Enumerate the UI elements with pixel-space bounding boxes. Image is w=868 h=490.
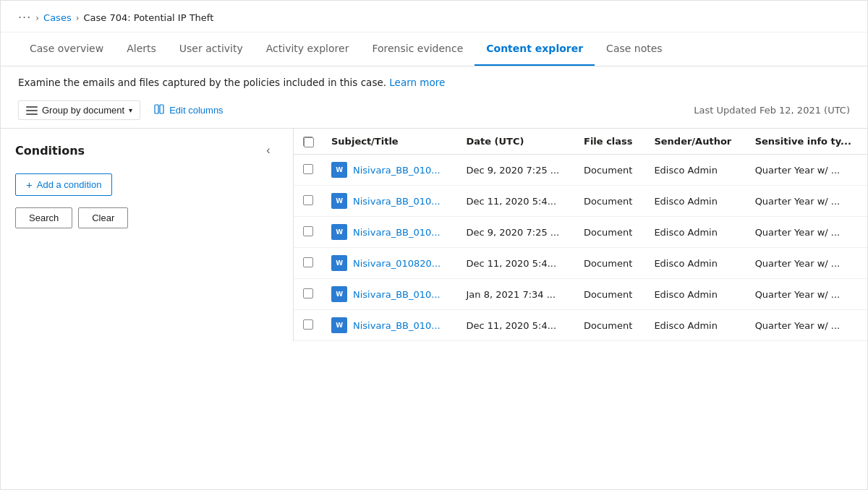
row-checkbox-cell[interactable] xyxy=(294,279,323,310)
tab-content-explorer[interactable]: Content explorer xyxy=(475,33,595,66)
conditions-title: Conditions xyxy=(15,144,85,158)
svg-rect-1 xyxy=(26,110,38,111)
row-sender: Edisco Admin xyxy=(645,310,746,341)
subject-title[interactable]: Nisivara_BB_010... xyxy=(353,165,441,176)
row-sensitive-type: Quarter Year w/ ... xyxy=(746,155,867,186)
table-row[interactable]: W Nisivara_BB_010... Dec 11, 2020 5:4...… xyxy=(294,310,867,341)
row-file-class: Document xyxy=(575,155,645,186)
tab-activity-explorer[interactable]: Activity explorer xyxy=(255,33,361,66)
svg-rect-8 xyxy=(304,195,313,205)
tab-alerts[interactable]: Alerts xyxy=(115,33,168,66)
row-sender: Edisco Admin xyxy=(645,279,746,310)
tab-case-overview[interactable]: Case overview xyxy=(18,33,115,66)
table-body: W Nisivara_BB_010... Dec 9, 2020 7:25 ..… xyxy=(294,155,867,341)
subject-title[interactable]: Nisivara_BB_010... xyxy=(353,289,441,300)
svg-rect-12 xyxy=(304,319,313,329)
table-header-row: Subject/Title Date (UTC) File class Send… xyxy=(294,129,867,155)
svg-rect-4 xyxy=(160,105,163,113)
word-file-icon: W xyxy=(331,286,347,302)
row-sender: Edisco Admin xyxy=(645,248,746,279)
table-row[interactable]: W Nisivara_BB_010... Dec 9, 2020 7:25 ..… xyxy=(294,155,867,186)
row-file-class: Document xyxy=(575,310,645,341)
subject-title[interactable]: Nisivara_BB_010... xyxy=(353,227,441,238)
row-date: Dec 11, 2020 5:4... xyxy=(457,310,575,341)
condition-buttons: Search Clear xyxy=(15,207,278,228)
row-date: Dec 9, 2020 7:25 ... xyxy=(457,217,575,248)
svg-rect-3 xyxy=(155,105,158,113)
table-row[interactable]: W Nisivara_BB_010... Jan 8, 2021 7:34 ..… xyxy=(294,279,867,310)
th-subject: Subject/Title xyxy=(323,129,457,155)
row-date: Dec 11, 2020 5:4... xyxy=(457,186,575,217)
row-file-class: Document xyxy=(575,217,645,248)
svg-rect-9 xyxy=(304,226,313,236)
row-sensitive-type: Quarter Year w/ ... xyxy=(746,248,867,279)
row-sensitive-type: Quarter Year w/ ... xyxy=(746,279,867,310)
table-row[interactable]: W Nisivara_BB_010... Dec 9, 2020 7:25 ..… xyxy=(294,217,867,248)
row-date: Dec 9, 2020 7:25 ... xyxy=(457,155,575,186)
chevron-down-icon: ▾ xyxy=(129,106,132,114)
svg-rect-6 xyxy=(305,137,314,147)
row-checkbox-cell[interactable] xyxy=(294,310,323,341)
description-bar: Examine the emails and files captured by… xyxy=(1,66,867,95)
row-sender: Edisco Admin xyxy=(645,155,746,186)
svg-rect-7 xyxy=(304,164,313,173)
word-file-icon: W xyxy=(331,193,347,209)
subject-title[interactable]: Nisivara_BB_010... xyxy=(353,320,441,331)
main-content: Conditions ‹ + Add a condition Search Cl… xyxy=(1,128,867,341)
svg-rect-10 xyxy=(304,257,313,267)
row-checkbox-cell[interactable] xyxy=(294,217,323,248)
row-sensitive-type: Quarter Year w/ ... xyxy=(746,217,867,248)
tab-user-activity[interactable]: User activity xyxy=(168,33,255,66)
row-subject[interactable]: W Nisivara_BB_010... xyxy=(323,186,457,217)
row-subject[interactable]: W Nisivara_BB_010... xyxy=(323,217,457,248)
breadcrumb-chevron-1: › xyxy=(35,13,39,23)
toolbar: Group by document ▾ Edit columns Last Up… xyxy=(1,95,867,128)
tab-case-notes[interactable]: Case notes xyxy=(595,33,674,66)
group-by-document-button[interactable]: Group by document ▾ xyxy=(18,100,140,120)
table-row[interactable]: W Nisivara_010820... Dec 11, 2020 5:4...… xyxy=(294,248,867,279)
add-condition-label: Add a condition xyxy=(37,179,102,190)
group-by-label: Group by document xyxy=(42,105,124,116)
edit-columns-icon xyxy=(153,103,165,117)
svg-rect-2 xyxy=(26,113,38,115)
breadcrumb-dots[interactable]: ··· xyxy=(18,11,31,25)
th-checkbox[interactable] xyxy=(294,129,323,155)
header-checkbox[interactable] xyxy=(303,137,313,147)
row-subject[interactable]: W Nisivara_BB_010... xyxy=(323,155,457,186)
plus-icon: + xyxy=(26,179,33,191)
edit-columns-label: Edit columns xyxy=(169,105,223,116)
conditions-collapse-button[interactable]: ‹ xyxy=(258,140,278,160)
row-date: Jan 8, 2021 7:34 ... xyxy=(457,279,575,310)
row-file-class: Document xyxy=(575,248,645,279)
row-subject[interactable]: W Nisivara_010820... xyxy=(323,248,457,279)
search-button[interactable]: Search xyxy=(15,207,72,228)
row-date: Dec 11, 2020 5:4... xyxy=(457,248,575,279)
breadcrumb-cases-link[interactable]: Cases xyxy=(43,12,72,23)
row-sender: Edisco Admin xyxy=(645,217,746,248)
tab-forensic-evidence[interactable]: Forensic evidence xyxy=(360,33,475,66)
row-checkbox-cell[interactable] xyxy=(294,248,323,279)
nav-tabs: Case overview Alerts User activity Activ… xyxy=(1,33,867,66)
table-row[interactable]: W Nisivara_BB_010... Dec 11, 2020 5:4...… xyxy=(294,186,867,217)
row-subject[interactable]: W Nisivara_BB_010... xyxy=(323,279,457,310)
row-subject[interactable]: W Nisivara_BB_010... xyxy=(323,310,457,341)
conditions-header: Conditions ‹ xyxy=(15,140,278,160)
row-checkbox-cell[interactable] xyxy=(294,155,323,186)
breadcrumb-current: Case 704: Potential IP Theft xyxy=(83,12,213,23)
th-file-class: File class xyxy=(575,129,645,155)
row-checkbox-cell[interactable] xyxy=(294,186,323,217)
toolbar-left: Group by document ▾ Edit columns xyxy=(18,100,228,121)
word-file-icon: W xyxy=(331,317,347,333)
word-file-icon: W xyxy=(331,255,347,271)
subject-title[interactable]: Nisivara_BB_010... xyxy=(353,196,441,207)
th-date: Date (UTC) xyxy=(457,129,575,155)
row-file-class: Document xyxy=(575,186,645,217)
collapse-icon: ‹ xyxy=(266,144,270,157)
row-sensitive-type: Quarter Year w/ ... xyxy=(746,186,867,217)
edit-columns-button[interactable]: Edit columns xyxy=(149,100,227,121)
add-condition-button[interactable]: + Add a condition xyxy=(15,173,112,196)
learn-more-link[interactable]: Learn more xyxy=(389,77,445,88)
row-file-class: Document xyxy=(575,279,645,310)
clear-button[interactable]: Clear xyxy=(78,207,128,228)
subject-title[interactable]: Nisivara_010820... xyxy=(353,258,441,269)
